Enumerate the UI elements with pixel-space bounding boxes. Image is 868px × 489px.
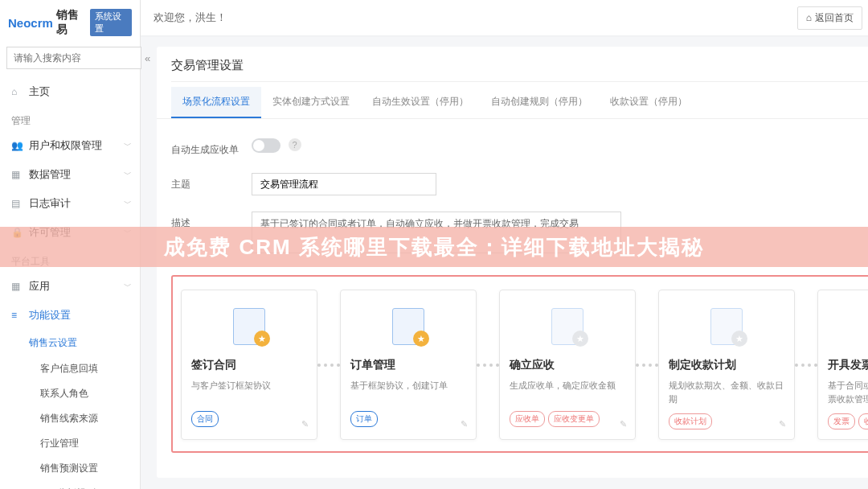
nav-manage-item[interactable]: 🔒许可管理﹀ [0, 218, 140, 247]
tab[interactable]: 收款设置（停用） [599, 87, 698, 118]
card-title: 开具发票｜确认收款 [828, 358, 868, 372]
nav-home-label: 主页 [29, 84, 50, 99]
flow-separator [477, 290, 499, 440]
settings-panel: 交易管理设置 ⓘ 帮助 场景化流程设置实体创建方式设置自动生效设置（停用）自动创… [157, 47, 868, 478]
card-icon: ★ [669, 302, 784, 347]
logo: Neocrm 销售易 系统设置 [0, 0, 140, 43]
nav-manage-item[interactable]: 👥用户和权限管理﹀ [0, 131, 140, 160]
tab[interactable]: 自动创建规则（停用） [480, 87, 599, 118]
card-tags: 发票收款退款 [828, 413, 868, 429]
card-desc: 规划收款期次、金额、收款日期 [669, 379, 784, 405]
nav-apps[interactable]: ▦ 应用 ﹀ [0, 272, 140, 301]
tag: 收款 [858, 413, 868, 429]
nav-sub-item[interactable]: 销售预测设置 [0, 456, 140, 481]
card-desc: 基于框架协议，创建订单 [350, 379, 466, 403]
tag: 发票 [828, 413, 855, 429]
help-tooltip-icon[interactable]: ? [289, 138, 301, 151]
nav-item-label: 日志审计 [29, 196, 71, 211]
settings-icon: ≡ [11, 310, 23, 321]
card-tags: 应收单应收变更单 [510, 411, 625, 427]
apps-icon: ▦ [11, 281, 23, 292]
search-input[interactable] [6, 47, 141, 69]
edit-icon[interactable]: ✎ [301, 419, 309, 429]
card-desc: 与客户签订框架协议 [191, 379, 307, 403]
nav-sub-item[interactable]: 行业管理 [0, 431, 140, 456]
edit-icon[interactable]: ✎ [461, 419, 468, 429]
flow-separator [636, 290, 658, 440]
desc-label: 描述 [171, 212, 252, 230]
card-tags: 订单 [350, 411, 466, 427]
card-desc: 生成应收单，确定应收金额 [510, 379, 625, 403]
nav-icon: ▦ [11, 169, 23, 180]
flow-card: ★ 签订合同 与客户签订框架协议 合同 ✎ [181, 290, 317, 440]
card-title: 签订合同 [191, 358, 307, 372]
tag: 合同 [191, 411, 219, 427]
chevron-down-icon: ﹀ [124, 140, 132, 151]
flow-card: ★ 开具发票｜确认收款 基于合同或者订单金额，做开票收款管理，完成交易 发票收款… [817, 290, 868, 440]
card-title: 订单管理 [350, 358, 466, 372]
logo-brand-cn: 销售易 [56, 8, 87, 37]
greeting: 欢迎您，洪生！ [154, 10, 227, 25]
desc-textarea[interactable]: 基于已签订的合同或者订单，自动确立应收，并做开票收款管理，完成交易 [252, 212, 621, 253]
nav-sub-item[interactable]: 销售线索来源 [0, 406, 140, 431]
nav-func-set-label: 功能设置 [29, 308, 71, 323]
nav-icon: ▤ [11, 198, 23, 209]
nav-sales-cloud[interactable]: 销售云设置 [0, 330, 140, 356]
nav-home[interactable]: ⌂ 主页 [0, 77, 140, 106]
home-button-label: 返回首页 [815, 11, 854, 25]
tag: 订单 [350, 411, 378, 427]
chevron-down-icon: ﹀ [124, 281, 132, 292]
nav: ⌂ 主页 管理 👥用户和权限管理﹀▦数据管理﹀▤日志审计﹀🔒许可管理﹀ 平台工具… [0, 77, 140, 489]
nav-sub-item[interactable]: 客户信息回填 [0, 356, 140, 381]
flow-cards: ★ 签订合同 与客户签订框架协议 合同 ✎ ★ 订单管理 基于框架协议，创建订单… [171, 275, 868, 453]
tag: 收款计划 [669, 413, 712, 429]
nav-item-label: 许可管理 [29, 225, 71, 240]
sidebar: Neocrm 销售易 系统设置 « ⌂ 主页 管理 👥用户和权限管理﹀▦数据管理… [0, 0, 141, 489]
panel-title: 交易管理设置 [171, 58, 244, 73]
subject-input[interactable] [252, 173, 436, 195]
flow-card: ★ 确立应收 生成应收单，确定应收金额 应收单应收变更单 ✎ [499, 290, 636, 440]
card-tags: 合同 [191, 411, 307, 427]
card-icon: ★ [828, 302, 868, 347]
chevron-down-icon: ﹀ [124, 198, 132, 209]
flow-separator [795, 290, 817, 440]
nav-func-set[interactable]: ≡ 功能设置 [0, 301, 140, 330]
nav-sub-item[interactable]: ROI分析规则 [0, 481, 140, 489]
tab[interactable]: 自动生效设置（停用） [361, 87, 480, 118]
tab[interactable]: 场景化流程设置 [171, 87, 261, 118]
tabs: 场景化流程设置实体创建方式设置自动生效设置（停用）自动创建规则（停用）收款设置（… [157, 87, 868, 119]
tab[interactable]: 实体创建方式设置 [261, 87, 361, 118]
card-icon: ★ [510, 302, 625, 347]
nav-item-label: 用户和权限管理 [29, 138, 102, 153]
nav-apps-label: 应用 [29, 279, 50, 294]
home-button[interactable]: ⌂ 返回首页 [797, 6, 862, 30]
flow-separator [317, 290, 340, 440]
logo-brand-en: Neocrm [8, 16, 53, 30]
chevron-down-icon: ﹀ [124, 169, 132, 180]
nav-sales-cloud-label: 销售云设置 [29, 337, 77, 348]
flow-card: ★ 订单管理 基于框架协议，创建订单 订单 ✎ [340, 290, 477, 440]
home-icon: ⌂ [11, 86, 23, 97]
auto-gen-label: 自动生成应收单 [171, 138, 252, 157]
main: 欢迎您，洪生！ ⌂ 返回首页 ▤ 帮助文档 👤 ▾ 交易管理设置 [141, 0, 868, 489]
flow-card: ★ 制定收款计划 规划收款期次、金额、收款日期 收款计划 ✎ [658, 290, 795, 440]
nav-section-manage: 管理 [0, 106, 140, 131]
card-title: 确立应收 [510, 358, 625, 372]
card-tags: 收款计划 [669, 413, 784, 429]
edit-icon[interactable]: ✎ [779, 419, 786, 429]
nav-item-label: 数据管理 [29, 167, 71, 182]
tag: 应收变更单 [548, 411, 600, 427]
nav-sub-item[interactable]: 联系人角色 [0, 381, 140, 406]
topbar: 欢迎您，洪生！ ⌂ 返回首页 ▤ 帮助文档 👤 ▾ [141, 0, 868, 35]
tag: 应收单 [510, 411, 545, 427]
home-icon: ⌂ [806, 12, 812, 23]
nav-manage-item[interactable]: ▤日志审计﹀ [0, 189, 140, 218]
card-icon: ★ [191, 302, 307, 347]
auto-gen-toggle[interactable] [252, 138, 280, 153]
edit-icon[interactable]: ✎ [620, 419, 627, 429]
card-title: 制定收款计划 [669, 358, 784, 372]
chevron-down-icon: ﹀ [124, 227, 132, 238]
subject-label: 主题 [171, 173, 252, 191]
nav-icon: 🔒 [11, 227, 23, 238]
nav-manage-item[interactable]: ▦数据管理﹀ [0, 160, 140, 189]
